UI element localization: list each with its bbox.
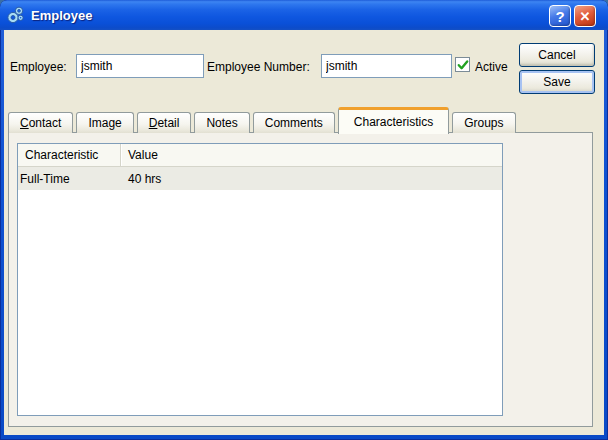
- app-gears-icon: [7, 6, 25, 24]
- titlebar[interactable]: Employee ? ✕: [0, 0, 608, 30]
- dialog-body: Employee: Employee Number: Active Cancel…: [4, 30, 604, 435]
- checkmark-icon: [457, 59, 469, 71]
- close-button[interactable]: ✕: [574, 5, 596, 27]
- tab-bar: ContactImageDetailNotesCommentsCharacter…: [8, 106, 516, 133]
- tab-image[interactable]: Image: [76, 112, 133, 133]
- employee-number-input[interactable]: [321, 54, 452, 78]
- employee-dialog: Employee ? ✕ Employee: Employee Number: …: [0, 0, 608, 440]
- tab-characteristics[interactable]: Characteristics: [338, 107, 449, 134]
- table-row[interactable]: Full-Time40 hrs: [18, 167, 502, 190]
- column-header-value[interactable]: Value: [121, 144, 502, 166]
- table-cell: Full-Time: [18, 167, 121, 190]
- tab-notes[interactable]: Notes: [194, 112, 249, 133]
- employee-input[interactable]: [76, 54, 204, 78]
- cancel-button[interactable]: Cancel: [519, 43, 595, 67]
- close-icon: ✕: [580, 9, 591, 24]
- tab-detail[interactable]: Detail: [137, 112, 192, 133]
- characteristics-table[interactable]: CharacteristicValue Full-Time40 hrs: [17, 143, 503, 416]
- tab-comments[interactable]: Comments: [253, 112, 335, 133]
- help-button[interactable]: ?: [549, 5, 571, 27]
- column-header-characteristic[interactable]: Characteristic: [18, 144, 121, 166]
- window-title: Employee: [31, 8, 92, 23]
- table-body: Full-Time40 hrs: [18, 167, 502, 190]
- employee-number-label: Employee Number:: [207, 60, 310, 74]
- employee-label: Employee:: [10, 60, 67, 74]
- table-cell: 40 hrs: [121, 167, 502, 190]
- active-label: Active: [475, 60, 508, 74]
- tab-contact[interactable]: Contact: [8, 112, 73, 133]
- help-icon: ?: [555, 8, 564, 25]
- active-checkbox[interactable]: [455, 57, 470, 72]
- save-button[interactable]: Save: [519, 70, 595, 94]
- table-header: CharacteristicValue: [18, 144, 502, 167]
- tab-groups[interactable]: Groups: [452, 112, 515, 133]
